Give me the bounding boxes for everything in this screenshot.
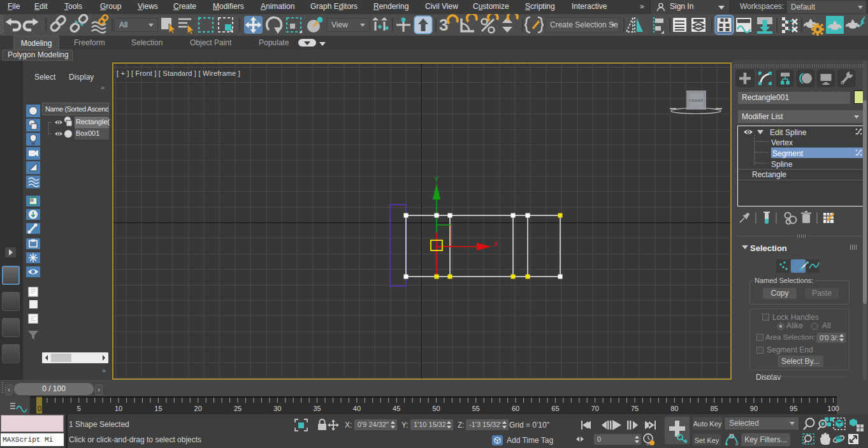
svg-text:Edit Spline: Edit Spline	[770, 128, 807, 137]
svg-text:Vertex: Vertex	[771, 138, 793, 147]
svg-text:3: 3	[439, 15, 448, 34]
svg-text:Spline: Spline	[771, 160, 793, 169]
svg-text:Segment: Segment	[772, 149, 804, 158]
svg-text:FRONT: FRONT	[689, 98, 704, 103]
svg-text:Y: Y	[434, 175, 439, 183]
svg-text:Rectangle: Rectangle	[752, 170, 786, 179]
svg-text:X: X	[493, 240, 498, 248]
